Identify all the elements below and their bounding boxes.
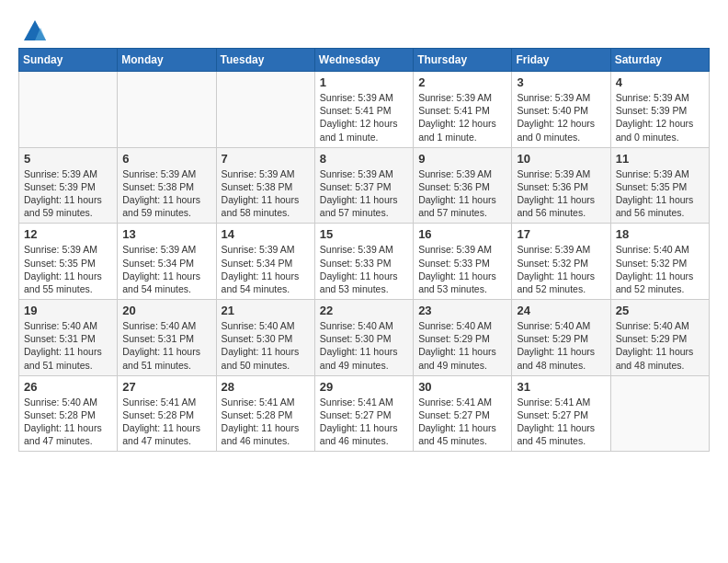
day-info: Sunrise: 5:40 AM Sunset: 5:29 PM Dayligh… — [418, 319, 506, 372]
day-of-week-header: Sunday — [19, 49, 118, 72]
calendar-cell: 28Sunrise: 5:41 AM Sunset: 5:28 PM Dayli… — [216, 375, 314, 452]
calendar-cell: 24Sunrise: 5:40 AM Sunset: 5:29 PM Dayli… — [512, 300, 610, 376]
day-number: 6 — [122, 152, 210, 166]
calendar-cell: 15Sunrise: 5:39 AM Sunset: 5:33 PM Dayli… — [314, 224, 413, 300]
logo-icon — [22, 18, 48, 44]
logo — [18, 18, 48, 44]
day-info: Sunrise: 5:39 AM Sunset: 5:41 PM Dayligh… — [418, 91, 506, 144]
day-of-week-header: Tuesday — [216, 49, 314, 72]
calendar-cell: 23Sunrise: 5:40 AM Sunset: 5:29 PM Dayli… — [414, 300, 512, 376]
calendar-cell: 5Sunrise: 5:39 AM Sunset: 5:39 PM Daylig… — [19, 147, 118, 224]
day-info: Sunrise: 5:39 AM Sunset: 5:38 PM Dayligh… — [222, 167, 310, 220]
day-info: Sunrise: 5:39 AM Sunset: 5:35 PM Dayligh… — [24, 243, 112, 295]
day-number: 21 — [222, 304, 310, 317]
calendar-cell — [610, 375, 709, 452]
calendar-cell: 19Sunrise: 5:40 AM Sunset: 5:31 PM Dayli… — [19, 300, 118, 376]
day-info: Sunrise: 5:39 AM Sunset: 5:38 PM Dayligh… — [122, 167, 210, 220]
day-number: 8 — [320, 152, 408, 166]
day-info: Sunrise: 5:41 AM Sunset: 5:27 PM Dayligh… — [320, 396, 408, 448]
day-number: 4 — [616, 75, 704, 89]
day-info: Sunrise: 5:39 AM Sunset: 5:39 PM Dayligh… — [616, 91, 704, 144]
day-number: 11 — [616, 152, 704, 166]
day-number: 5 — [24, 152, 112, 166]
day-info: Sunrise: 5:40 AM Sunset: 5:28 PM Dayligh… — [24, 396, 112, 448]
calendar-cell: 22Sunrise: 5:40 AM Sunset: 5:30 PM Dayli… — [314, 300, 413, 376]
calendar-cell: 18Sunrise: 5:40 AM Sunset: 5:32 PM Dayli… — [610, 224, 709, 300]
calendar-cell: 26Sunrise: 5:40 AM Sunset: 5:28 PM Dayli… — [19, 375, 118, 452]
calendar-cell: 13Sunrise: 5:39 AM Sunset: 5:34 PM Dayli… — [118, 224, 216, 300]
day-number: 30 — [418, 380, 506, 394]
day-number: 1 — [320, 75, 408, 89]
day-of-week-header: Saturday — [610, 49, 709, 72]
calendar-cell: 17Sunrise: 5:39 AM Sunset: 5:32 PM Dayli… — [512, 224, 610, 300]
day-info: Sunrise: 5:39 AM Sunset: 5:40 PM Dayligh… — [517, 91, 605, 144]
day-number: 29 — [320, 380, 408, 394]
day-number: 20 — [122, 304, 210, 317]
day-number: 13 — [122, 227, 210, 241]
day-number: 18 — [616, 227, 704, 241]
day-number: 19 — [24, 304, 112, 317]
calendar-cell: 6Sunrise: 5:39 AM Sunset: 5:38 PM Daylig… — [118, 147, 216, 224]
calendar-week-row: 19Sunrise: 5:40 AM Sunset: 5:31 PM Dayli… — [19, 300, 710, 376]
calendar-cell: 3Sunrise: 5:39 AM Sunset: 5:40 PM Daylig… — [512, 72, 610, 148]
calendar-cell: 9Sunrise: 5:39 AM Sunset: 5:36 PM Daylig… — [414, 147, 512, 224]
calendar-table: SundayMondayTuesdayWednesdayThursdayFrid… — [18, 48, 710, 452]
day-info: Sunrise: 5:39 AM Sunset: 5:36 PM Dayligh… — [517, 167, 605, 220]
calendar-cell: 11Sunrise: 5:39 AM Sunset: 5:35 PM Dayli… — [610, 147, 709, 224]
day-of-week-header: Wednesday — [314, 49, 413, 72]
day-info: Sunrise: 5:40 AM Sunset: 5:29 PM Dayligh… — [517, 319, 605, 372]
day-number: 16 — [418, 227, 506, 241]
day-number: 26 — [24, 380, 112, 394]
calendar-cell: 31Sunrise: 5:41 AM Sunset: 5:27 PM Dayli… — [512, 375, 610, 452]
calendar-cell: 16Sunrise: 5:39 AM Sunset: 5:33 PM Dayli… — [414, 224, 512, 300]
calendar-cell: 27Sunrise: 5:41 AM Sunset: 5:28 PM Dayli… — [118, 375, 216, 452]
calendar-cell — [118, 72, 216, 148]
day-info: Sunrise: 5:39 AM Sunset: 5:37 PM Dayligh… — [320, 167, 408, 220]
day-number: 17 — [517, 227, 605, 241]
day-number: 22 — [320, 304, 408, 317]
page-header — [18, 18, 710, 44]
calendar-cell: 21Sunrise: 5:40 AM Sunset: 5:30 PM Dayli… — [216, 300, 314, 376]
day-info: Sunrise: 5:39 AM Sunset: 5:33 PM Dayligh… — [418, 243, 506, 295]
day-number: 10 — [517, 152, 605, 166]
calendar-week-row: 1Sunrise: 5:39 AM Sunset: 5:41 PM Daylig… — [19, 72, 710, 148]
calendar-cell: 8Sunrise: 5:39 AM Sunset: 5:37 PM Daylig… — [314, 147, 413, 224]
day-of-week-header: Monday — [118, 49, 216, 72]
calendar-cell — [216, 72, 314, 148]
day-info: Sunrise: 5:40 AM Sunset: 5:31 PM Dayligh… — [122, 319, 210, 372]
calendar-cell — [19, 72, 118, 148]
calendar-cell: 14Sunrise: 5:39 AM Sunset: 5:34 PM Dayli… — [216, 224, 314, 300]
calendar-body: 1Sunrise: 5:39 AM Sunset: 5:41 PM Daylig… — [19, 72, 710, 452]
day-of-week-header: Friday — [512, 49, 610, 72]
day-info: Sunrise: 5:39 AM Sunset: 5:33 PM Dayligh… — [320, 243, 408, 295]
day-info: Sunrise: 5:40 AM Sunset: 5:30 PM Dayligh… — [222, 319, 310, 372]
day-info: Sunrise: 5:40 AM Sunset: 5:31 PM Dayligh… — [24, 319, 112, 372]
day-number: 15 — [320, 227, 408, 241]
calendar-cell: 12Sunrise: 5:39 AM Sunset: 5:35 PM Dayli… — [19, 224, 118, 300]
day-info: Sunrise: 5:41 AM Sunset: 5:27 PM Dayligh… — [517, 396, 605, 448]
day-number: 9 — [418, 152, 506, 166]
calendar-week-row: 26Sunrise: 5:40 AM Sunset: 5:28 PM Dayli… — [19, 375, 710, 452]
day-number: 28 — [222, 380, 310, 394]
day-info: Sunrise: 5:39 AM Sunset: 5:35 PM Dayligh… — [616, 167, 704, 220]
day-number: 25 — [616, 304, 704, 317]
calendar-week-row: 5Sunrise: 5:39 AM Sunset: 5:39 PM Daylig… — [19, 147, 710, 224]
day-info: Sunrise: 5:39 AM Sunset: 5:32 PM Dayligh… — [517, 243, 605, 295]
calendar-header-row: SundayMondayTuesdayWednesdayThursdayFrid… — [19, 49, 710, 72]
day-info: Sunrise: 5:41 AM Sunset: 5:27 PM Dayligh… — [418, 396, 506, 448]
day-info: Sunrise: 5:41 AM Sunset: 5:28 PM Dayligh… — [222, 396, 310, 448]
calendar-cell: 20Sunrise: 5:40 AM Sunset: 5:31 PM Dayli… — [118, 300, 216, 376]
calendar-cell: 10Sunrise: 5:39 AM Sunset: 5:36 PM Dayli… — [512, 147, 610, 224]
day-number: 23 — [418, 304, 506, 317]
day-number: 31 — [517, 380, 605, 394]
day-info: Sunrise: 5:40 AM Sunset: 5:29 PM Dayligh… — [616, 319, 704, 372]
calendar-cell: 29Sunrise: 5:41 AM Sunset: 5:27 PM Dayli… — [314, 375, 413, 452]
day-info: Sunrise: 5:40 AM Sunset: 5:32 PM Dayligh… — [616, 243, 704, 295]
calendar-cell: 30Sunrise: 5:41 AM Sunset: 5:27 PM Dayli… — [414, 375, 512, 452]
day-number: 24 — [517, 304, 605, 317]
day-info: Sunrise: 5:39 AM Sunset: 5:36 PM Dayligh… — [418, 167, 506, 220]
day-info: Sunrise: 5:39 AM Sunset: 5:34 PM Dayligh… — [122, 243, 210, 295]
day-info: Sunrise: 5:41 AM Sunset: 5:28 PM Dayligh… — [122, 396, 210, 448]
day-number: 3 — [517, 75, 605, 89]
day-info: Sunrise: 5:39 AM Sunset: 5:41 PM Dayligh… — [320, 91, 408, 144]
